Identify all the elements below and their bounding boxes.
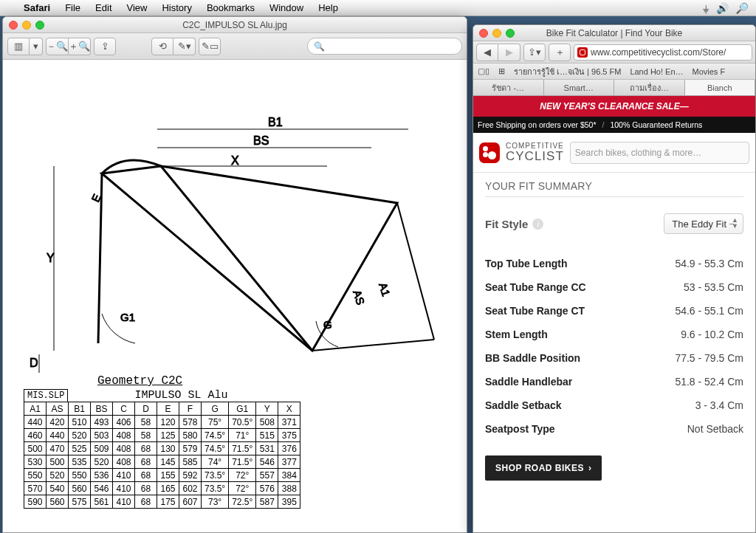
menu-window[interactable]: Window	[262, 2, 311, 13]
share-button[interactable]: ⇪▾	[523, 44, 546, 61]
info-icon[interactable]: i	[532, 219, 543, 230]
page-title: Bike Fit Calculator | Find Your Bike	[473, 28, 755, 38]
col-header: B1	[69, 402, 91, 416]
tab[interactable]: Smart…	[544, 80, 615, 95]
back-button[interactable]: ◀	[476, 44, 498, 61]
tab[interactable]: Bianch	[685, 80, 756, 95]
measure-label: Stem Length	[485, 329, 548, 340]
dim-BS: BS	[253, 134, 269, 147]
safari-titlebar[interactable]: Bike Fit Calculator | Find Your Bike	[473, 25, 755, 41]
menu-edit[interactable]: Edit	[88, 2, 119, 13]
top-sites-icon[interactable]: ⊞	[498, 66, 505, 76]
close-button[interactable]	[479, 29, 488, 38]
table-row: 5505205505364106815559273.5°72°557384	[24, 469, 300, 482]
table-row: 4604405205034085812558074.5°71°515375	[24, 429, 300, 442]
col-header: F	[179, 402, 202, 416]
sidebar-mode-button[interactable]: ▾	[30, 38, 43, 55]
bookmarks-bar: ▢▯ ⊞ รายการรู้ใช้ เ…จเงิน | 96.5 FM Land…	[473, 63, 755, 80]
table-row: 5004705255094086813057974.5°71.5°531376	[24, 442, 300, 455]
dim-G1: G1	[120, 311, 135, 323]
measure-row: Top Tube Length54.9 - 55.3 Cm	[485, 252, 743, 275]
annotate-button[interactable]: ✎▾	[173, 38, 196, 55]
zoom-in-button[interactable]: ＋🔍	[69, 38, 91, 55]
preview-window: C2C_IMPULSO SL Alu.jpg ▥ ▾ －🔍 ＋🔍 ⇪ ⟲ ✎▾ …	[2, 16, 467, 533]
site-search-input[interactable]: Search bikes, clothing & more…	[570, 142, 749, 164]
preview-titlebar[interactable]: C2C_IMPULSO SL Alu.jpg	[3, 17, 467, 33]
tab[interactable]: รัชดา -…	[473, 80, 544, 95]
summary-heading: YOUR FIT SUMMARY	[485, 180, 743, 197]
col-header: G1	[229, 402, 256, 416]
measure-row: Seat Tube Range CC53 - 53.5 Cm	[485, 275, 743, 299]
col-header: C	[113, 402, 135, 416]
bookmark-item[interactable]: Land Ho! En…	[630, 67, 683, 76]
col-header: AS	[47, 402, 69, 416]
menu-bookmarks[interactable]: Bookmarks	[199, 2, 262, 13]
info-banner: Free Shipping on orders over $50* / 100%…	[473, 117, 755, 133]
site-logo-icon[interactable]	[479, 142, 500, 163]
bookmark-item[interactable]: Movies F	[693, 67, 726, 76]
volume-icon[interactable]: 🔊	[716, 2, 729, 14]
preview-toolbar: ▥ ▾ －🔍 ＋🔍 ⇪ ⟲ ✎▾ ✎▭ 🔍	[3, 33, 467, 60]
add-button[interactable]: ＋	[549, 44, 571, 61]
measure-row: BB Saddle Position77.5 - 79.5 Cm	[485, 346, 743, 370]
close-button[interactable]	[9, 21, 18, 30]
url-bar[interactable]: www.competitivecyclist.com/Store/	[574, 44, 752, 61]
col-header: E	[157, 402, 179, 416]
measure-row: Stem Length9.6 - 10.2 Cm	[485, 323, 743, 346]
search-icon: 🔍	[314, 41, 325, 52]
dim-AS: AS	[351, 289, 367, 306]
menu-history[interactable]: History	[154, 2, 199, 13]
col-header: BS	[91, 402, 113, 416]
shop-road-bikes-button[interactable]: SHOP ROAD BIKES ›	[485, 455, 602, 481]
sale-banner[interactable]: NEW YEAR'S CLEARANCE SALE—	[473, 96, 755, 117]
col-header: Y	[256, 402, 278, 416]
share-button[interactable]: ⇪	[94, 38, 116, 55]
menu-view[interactable]: View	[120, 2, 155, 13]
edit-button[interactable]: ✎▭	[199, 38, 221, 55]
fit-summary-panel: YOUR FIT SUMMARY Fit Style i The Eddy Fi…	[473, 173, 755, 488]
dim-Y: Y	[47, 252, 55, 264]
macos-menubar: Safari File Edit View History Bookmarks …	[0, 0, 756, 16]
geometry-table: A1ASB1BSCDEFGG1YX 4404205104934065812057…	[24, 402, 300, 509]
spotlight-icon[interactable]: 🔍	[736, 2, 749, 14]
reading-list-icon[interactable]: ▢▯	[478, 66, 489, 76]
fit-style-select[interactable]: The Eddy Fit ▲▼	[664, 213, 743, 234]
col-header: A1	[24, 402, 47, 416]
measure-value: 77.5 - 79.5 Cm	[675, 352, 743, 364]
measure-label: Top Tube Length	[485, 258, 567, 269]
bookmark-item[interactable]: รายการรู้ใช้ เ…จเงิน | 96.5 FM	[514, 65, 621, 78]
measure-value: 54.9 - 55.3 Cm	[675, 258, 743, 269]
safari-window: Bike Fit Calculator | Find Your Bike ◀ ▶…	[472, 24, 756, 533]
menu-file[interactable]: File	[58, 2, 88, 13]
minimize-button[interactable]	[22, 21, 31, 30]
minimize-button[interactable]	[492, 29, 501, 38]
table-row: 4404205104934065812057875°70.5°508371	[24, 416, 300, 429]
site-header: COMPETITIVE CYCLIST Search bikes, clothi…	[473, 133, 755, 173]
forward-button[interactable]: ▶	[498, 44, 520, 61]
sidebar-toggle-button[interactable]: ▥	[7, 38, 30, 55]
zoom-out-button[interactable]: －🔍	[46, 38, 69, 55]
rotate-button[interactable]: ⟲	[151, 38, 173, 55]
measure-label: BB Saddle Position	[485, 352, 580, 364]
document-body: B1 BS X Y D F C E G1 G AS A1 Ge	[3, 60, 467, 532]
dim-A1: A1	[377, 281, 393, 298]
wifi-icon[interactable]: ⏚	[703, 2, 709, 14]
zoom-button[interactable]	[506, 29, 515, 38]
site-name[interactable]: COMPETITIVE CYCLIST	[506, 142, 564, 162]
tab[interactable]: ถามเรื่อง…	[614, 80, 685, 95]
geometry-title: Geometry C2C	[97, 374, 461, 388]
menu-help[interactable]: Help	[311, 2, 346, 13]
fit-style-value: The Eddy Fit	[672, 219, 726, 230]
measure-label: Saddle Handlebar	[485, 376, 572, 388]
zoom-button[interactable]	[35, 21, 44, 30]
page-content: NEW YEAR'S CLEARANCE SALE— Free Shipping…	[473, 96, 755, 532]
search-field[interactable]: 🔍	[307, 38, 462, 55]
measure-row: Saddle Setback3 - 3.4 Cm	[485, 393, 743, 417]
table-row: 5905605755614106817560773°72.5°587395	[24, 495, 300, 509]
measure-label: Seat Tube Range CT	[485, 305, 585, 317]
dim-X: X	[231, 154, 239, 167]
url-text: www.competitivecyclist.com/Store/	[591, 47, 726, 58]
measure-value: 54.6 - 55.1 Cm	[675, 305, 743, 317]
bike-geometry-diagram: B1 BS X Y D F C E G1 G AS A1	[9, 63, 461, 373]
app-menu[interactable]: Safari	[16, 2, 58, 13]
